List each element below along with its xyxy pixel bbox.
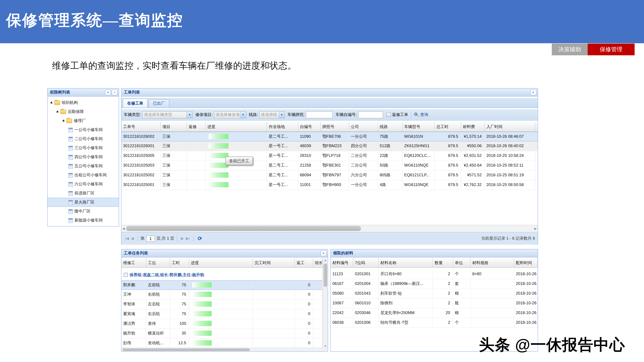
table-row[interactable]: 10067 0601010 除锈剂 2 瓶 2018-10-26 xyxy=(331,299,538,308)
table-row[interactable]: 11123 0201001 开口肖8×80 2 个 8×80 2018-10-2… xyxy=(331,270,538,279)
col-header-hours[interactable]: 总工时 xyxy=(435,122,461,132)
col-header-line[interactable]: 线路 xyxy=(378,122,402,132)
collapse-left-icon[interactable]: « xyxy=(321,250,326,256)
line-select[interactable]: 请选择线▼ xyxy=(259,111,285,118)
plate-input[interactable] xyxy=(306,111,333,118)
table-row[interactable]: 王坤 右前轮 75 0 xyxy=(122,290,322,300)
cell-spec xyxy=(470,299,514,308)
task-group-row[interactable]: − 保养组:底盘二组,组长:郭井鹏,主任:杨升勃 xyxy=(122,270,328,280)
tree-node-repair-factory[interactable]: 修理厂 xyxy=(48,116,119,125)
col-header-site[interactable]: 作业场地 xyxy=(267,122,298,132)
col-header-in-time[interactable]: 入厂时间 xyxy=(485,122,535,132)
collapse-up-icon[interactable]: « xyxy=(531,89,536,95)
refresh-icon[interactable]: ⟳ xyxy=(198,235,202,242)
col-header-worker[interactable]: 维修工 xyxy=(122,258,146,268)
col-header-material-name[interactable]: 材料名称 xyxy=(379,258,433,268)
nav-tab-warranty[interactable]: 保修管理 xyxy=(588,43,634,55)
tree-node-workshop-4[interactable]: 四公司小修车间 xyxy=(48,152,119,162)
col-header-hours[interactable]: 工时 xyxy=(170,258,189,268)
col-header-material-no[interactable]: 材料编号 xyxy=(331,258,353,268)
col-header-qty[interactable]: 数量 xyxy=(433,258,453,268)
table-row[interactable]: 潘洁男 差传 100 0 xyxy=(122,319,322,329)
col-header-item[interactable]: 项目 xyxy=(161,122,187,132)
table-row[interactable]: 30122181025003 三保 星二号工... 21258 鄂FBE301 … xyxy=(122,161,538,171)
table-row[interactable]: 30122181025002 三保 星二号工... 68094 鄂FBN797 … xyxy=(122,171,538,180)
tree-node-workshop-rental[interactable]: 出租公司小修车间 xyxy=(48,171,119,180)
col-header-rework[interactable]: 返修 xyxy=(187,122,206,132)
cell-self-no: 11001 xyxy=(298,180,321,190)
col-header-rework[interactable]: 返工 xyxy=(295,258,313,268)
tree-node-xinghuolu-selected[interactable]: 星火路厂区 xyxy=(48,198,119,207)
hscroll-thumb[interactable] xyxy=(126,226,361,231)
rework-checkbox[interactable] xyxy=(386,113,390,117)
tree-node-workshop-5[interactable]: 五公司小修车间 xyxy=(48,162,119,171)
col-header-material-fee[interactable]: 材料费 xyxy=(461,122,485,132)
tab-out-factory[interactable]: 已出厂 xyxy=(148,99,170,108)
scroll-up-icon[interactable]: ▲ xyxy=(323,259,328,262)
table-row[interactable]: 郭井鹏 左前轮 75 0 xyxy=(122,280,322,290)
scroll-down-icon[interactable]: ▼ xyxy=(323,345,328,348)
cell-worker: 杨升勃 xyxy=(122,329,146,338)
table-row[interactable]: 彭伟 发动机... 12.5 0 xyxy=(122,339,322,348)
table-row[interactable]: 杨升勃 横直拉杆 35 0 xyxy=(122,329,322,339)
table-row[interactable]: 李智涛 左后轮 75 0 xyxy=(122,300,322,309)
table-row[interactable]: 05080 0201043 刹车软管-短 2 根 2018-10-26 xyxy=(331,289,538,299)
pager-page-input[interactable] xyxy=(146,236,155,242)
col-header-7code[interactable]: 7位码 xyxy=(353,258,379,268)
cell-self-no: 48039 xyxy=(298,141,321,151)
search-button[interactable]: 查询 xyxy=(414,112,428,118)
tree-node-longzhong[interactable]: 隆中厂区 xyxy=(48,207,119,216)
tree-node-logistics[interactable]: 后勤保障 xyxy=(48,107,119,116)
pager-last-icon[interactable]: ▶| xyxy=(186,236,190,241)
table-row[interactable]: 30122181026002 三保 星二号工... 11090 鄂FBE706 … xyxy=(122,132,538,141)
col-header-finish-time[interactable]: 完工时间 xyxy=(253,258,295,268)
col-header-progress[interactable]: 进度 xyxy=(206,122,267,132)
nav-tab-decision[interactable]: 决策辅助 xyxy=(552,43,588,55)
tree-node-qianjinlu[interactable]: 前进路厂区 xyxy=(48,189,119,198)
tree-node-org[interactable]: 组织机构 xyxy=(48,98,119,107)
col-header-progress[interactable]: 进度 xyxy=(189,258,253,268)
repair-item-select[interactable]: 请选择修保项▼ xyxy=(214,111,246,118)
scroll-right-icon[interactable]: ▶ xyxy=(534,226,537,231)
pager-first-icon[interactable]: |◀ xyxy=(125,236,129,241)
task-grid-body: 郭井鹏 左前轮 75 0 王坤 右前轮 75 0 李智涛 左后轮 75 xyxy=(122,280,322,348)
col-header-model[interactable]: 车辆型号 xyxy=(402,122,435,132)
vscroll-thumb[interactable] xyxy=(323,264,327,287)
cell-actions xyxy=(535,180,538,190)
tree-node-workshop-3[interactable]: 三公司小修车间 xyxy=(48,143,119,152)
tree-node-workshop-6[interactable]: 六公司小修车间 xyxy=(48,180,119,189)
scroll-left-icon[interactable]: ◀ xyxy=(122,226,125,231)
col-header-company[interactable]: 公司 xyxy=(349,122,378,132)
tree-node-new-energy[interactable]: 新能源小修车间 xyxy=(48,216,119,225)
col-header-unit[interactable]: 单位 xyxy=(453,258,470,268)
col-header-plate[interactable]: 牌照号 xyxy=(321,122,349,132)
table-row[interactable]: 06167 0201004 轴承（198909k—新汉... 2 套 2018-… xyxy=(331,279,538,289)
task-hscrollbar[interactable] xyxy=(122,348,328,351)
tab-in-repair[interactable]: 在修工单 xyxy=(123,98,148,108)
hscroll-thumb[interactable] xyxy=(122,348,250,351)
minimize-icon[interactable]: − xyxy=(112,89,118,95)
self-no-input[interactable] xyxy=(358,111,383,118)
table-row[interactable]: 30122181025005 三保 星一号工... 28310 鄂FLP718 … xyxy=(122,151,538,161)
tree-node-workshop-2[interactable]: 二公司小修车间 xyxy=(48,134,119,143)
table-row[interactable]: 06038 0201006 转向节横肖-T型 2 个 2018-10-26 xyxy=(331,318,538,328)
task-vscrollbar[interactable]: ▲ ▼ xyxy=(322,258,328,348)
col-header-self-no[interactable]: 自编号 xyxy=(298,122,321,132)
pager-prev-icon[interactable]: ◀ xyxy=(131,236,134,241)
table-row[interactable]: 30122181026001 三保 星一号工... 48039 鄂FBM223 … xyxy=(122,141,538,151)
vehicle-type-select[interactable]: 请选择车辆类型▼ xyxy=(142,111,193,118)
tree-node-workshop-1[interactable]: 一公司小修车间 xyxy=(48,125,119,134)
collapse-left-icon[interactable]: « xyxy=(105,89,111,95)
col-header-spec[interactable]: 材料规格 xyxy=(470,258,514,268)
col-header-order-no[interactable]: 工单号 xyxy=(122,122,161,132)
workorder-hscrollbar[interactable]: ◀ ▶ xyxy=(122,225,538,232)
table-row[interactable]: 30122181025001 三保 星一号工... 11001 鄂FBH900 … xyxy=(122,180,538,190)
table-row[interactable]: 夏寅彧 右后轮 75 0 xyxy=(122,309,322,319)
collapse-group-icon[interactable]: − xyxy=(124,273,128,277)
col-header-station[interactable]: 工位 xyxy=(146,258,170,268)
col-header-dispatch-time[interactable]: 配料时间 xyxy=(514,258,538,268)
pager-next-icon[interactable]: ▶ xyxy=(181,236,184,241)
cell-qty: 2 xyxy=(433,299,453,308)
table-row[interactable]: 22042 0203046 尼龙扎带8×250MM 20 根 2018-10-2… xyxy=(331,308,538,318)
col-header-leader-check[interactable]: 组长检 xyxy=(313,258,322,268)
